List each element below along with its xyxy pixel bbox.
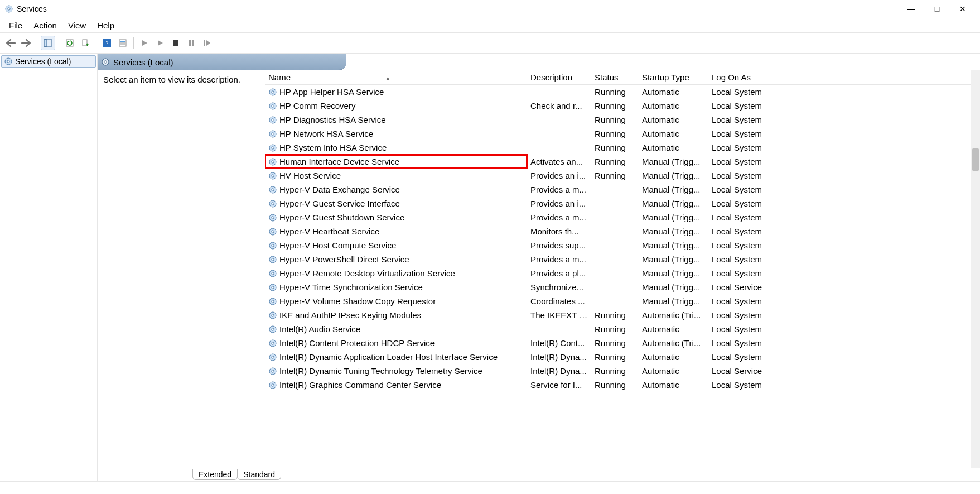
- service-row[interactable]: Human Interface Device ServiceActivates …: [265, 155, 971, 169]
- menu-file[interactable]: File: [3, 20, 28, 31]
- service-row[interactable]: HV Host ServiceProvides an i...RunningMa…: [265, 169, 971, 183]
- service-name-cell[interactable]: HV Host Service: [265, 169, 527, 183]
- service-row[interactable]: Intel(R) Content Protection HDCP Service…: [265, 336, 971, 350]
- service-name-cell[interactable]: Intel(R) Dynamic Tuning Technology Telem…: [265, 364, 527, 378]
- gear-icon: [268, 157, 277, 166]
- service-name-cell[interactable]: Intel(R) Graphics Command Center Service: [265, 378, 527, 392]
- back-button[interactable]: [3, 36, 18, 50]
- service-row[interactable]: HP Diagnostics HSA ServiceRunningAutomat…: [265, 113, 971, 127]
- service-name-cell[interactable]: Hyper-V Volume Shadow Copy Requestor: [265, 294, 527, 308]
- service-name-cell[interactable]: Intel(R) Content Protection HDCP Service: [265, 336, 527, 350]
- service-row[interactable]: Hyper-V Guest Shutdown ServiceProvides a…: [265, 210, 971, 224]
- service-row[interactable]: Hyper-V Guest Service InterfaceProvides …: [265, 196, 971, 210]
- service-row[interactable]: Hyper-V Heartbeat ServiceMonitors th...M…: [265, 224, 971, 238]
- service-row[interactable]: HP System Info HSA ServiceRunningAutomat…: [265, 141, 971, 155]
- service-name: Intel(R) Dynamic Application Loader Host…: [279, 352, 498, 362]
- service-name-cell[interactable]: HP Diagnostics HSA Service: [265, 113, 527, 127]
- service-name-cell[interactable]: Hyper-V Guest Service Interface: [265, 196, 527, 210]
- service-desc: The IKEEXT s...: [527, 308, 591, 322]
- refresh-button[interactable]: [62, 36, 77, 50]
- service-row[interactable]: Hyper-V Host Compute ServiceProvides sup…: [265, 238, 971, 252]
- menu-help[interactable]: Help: [91, 20, 120, 31]
- forward-button[interactable]: [19, 36, 33, 50]
- column-startup[interactable]: Startup Type: [639, 70, 708, 85]
- minimize-button[interactable]: —: [899, 0, 924, 18]
- service-name-cell[interactable]: IKE and AuthIP IPsec Keying Modules: [265, 308, 527, 322]
- service-name-cell[interactable]: Hyper-V Host Compute Service: [265, 238, 527, 252]
- svg-rect-9: [120, 41, 125, 42]
- service-name-cell[interactable]: Hyper-V Guest Shutdown Service: [265, 210, 527, 224]
- service-name-cell[interactable]: Intel(R) Audio Service: [265, 322, 527, 336]
- service-row[interactable]: HP Network HSA ServiceRunningAutomaticLo…: [265, 127, 971, 141]
- service-name-cell[interactable]: Human Interface Device Service: [265, 155, 527, 169]
- show-hide-tree-button[interactable]: [41, 36, 55, 50]
- service-name-cell[interactable]: Hyper-V Remote Desktop Virtualization Se…: [265, 266, 527, 280]
- service-name-cell[interactable]: HP App Helper HSA Service: [265, 85, 527, 99]
- svg-point-51: [272, 300, 274, 302]
- svg-point-1: [8, 8, 10, 10]
- service-name-cell[interactable]: Intel(R) Dynamic Application Loader Host…: [265, 350, 527, 364]
- column-name[interactable]: Name▲: [265, 70, 527, 85]
- service-logon: Local System: [708, 210, 971, 224]
- service-name-cell[interactable]: HP System Info HSA Service: [265, 141, 527, 155]
- service-desc: Provides a pl...: [527, 266, 591, 280]
- pause-service-button[interactable]: [184, 36, 199, 50]
- service-logon: Local System: [708, 238, 971, 252]
- properties-button[interactable]: [115, 36, 130, 50]
- service-row[interactable]: Hyper-V Volume Shadow Copy RequestorCoor…: [265, 294, 971, 308]
- svg-rect-3: [44, 40, 47, 46]
- close-button[interactable]: ✕: [950, 0, 976, 18]
- service-name-cell[interactable]: Hyper-V Data Exchange Service: [265, 183, 527, 196]
- column-logon[interactable]: Log On As: [708, 70, 971, 85]
- service-name-cell[interactable]: Hyper-V Heartbeat Service: [265, 224, 527, 238]
- service-row[interactable]: HP Comm RecoveryCheck and r...RunningAut…: [265, 99, 971, 113]
- vertical-scrollbar[interactable]: [971, 70, 980, 468]
- service-name-cell[interactable]: HP Network HSA Service: [265, 127, 527, 141]
- service-row[interactable]: Hyper-V Time Synchronization ServiceSync…: [265, 280, 971, 294]
- service-row[interactable]: Hyper-V PowerShell Direct ServiceProvide…: [265, 252, 971, 266]
- help-button[interactable]: ?: [100, 36, 114, 50]
- service-desc: Provides a m...: [527, 210, 591, 224]
- service-desc: Provides a m...: [527, 252, 591, 266]
- export-list-button[interactable]: [78, 36, 93, 50]
- service-name: IKE and AuthIP IPsec Keying Modules: [279, 310, 421, 320]
- menu-view[interactable]: View: [62, 20, 91, 31]
- service-row[interactable]: Intel(R) Dynamic Application Loader Host…: [265, 350, 971, 364]
- stop-service-button[interactable]: [168, 36, 183, 50]
- service-row[interactable]: Hyper-V Remote Desktop Virtualization Se…: [265, 266, 971, 280]
- service-name-cell[interactable]: Hyper-V PowerShell Direct Service: [265, 252, 527, 266]
- tab-standard[interactable]: Standard: [237, 469, 281, 480]
- start-service-button[interactable]: [137, 36, 152, 50]
- service-row[interactable]: Hyper-V Data Exchange ServiceProvides a …: [265, 183, 971, 196]
- service-logon: Local System: [708, 99, 971, 113]
- service-status: [591, 224, 639, 238]
- service-startup: Manual (Trigg...: [639, 169, 708, 183]
- service-row[interactable]: HP App Helper HSA ServiceRunningAutomati…: [265, 85, 971, 99]
- column-description[interactable]: Description: [527, 70, 591, 85]
- service-logon: Local System: [708, 85, 971, 99]
- scrollbar-thumb[interactable]: [972, 148, 979, 171]
- service-row[interactable]: Intel(R) Dynamic Tuning Technology Telem…: [265, 364, 971, 378]
- tab-extended[interactable]: Extended: [192, 469, 238, 480]
- tree-pane: Services (Local): [0, 54, 98, 481]
- statusbar: [0, 481, 980, 494]
- restart-service-button[interactable]: [200, 36, 214, 50]
- column-status[interactable]: Status: [591, 70, 639, 85]
- service-status: Running: [591, 127, 639, 141]
- service-name-cell[interactable]: Hyper-V Time Synchronization Service: [265, 280, 527, 294]
- svg-point-31: [272, 160, 274, 162]
- service-name: Hyper-V Host Compute Service: [279, 241, 396, 250]
- svg-point-39: [272, 216, 274, 218]
- service-row[interactable]: Intel(R) Audio ServiceRunningAutomaticLo…: [265, 322, 971, 336]
- gear-icon: [268, 88, 277, 97]
- service-logon: Local System: [708, 113, 971, 127]
- maximize-button[interactable]: □: [924, 0, 950, 18]
- tree-root-services-local[interactable]: Services (Local): [1, 55, 96, 68]
- service-name-cell[interactable]: HP Comm Recovery: [265, 99, 527, 113]
- start-service-alt-button[interactable]: [153, 36, 167, 50]
- service-startup: Automatic: [639, 141, 708, 155]
- service-row[interactable]: IKE and AuthIP IPsec Keying ModulesThe I…: [265, 308, 971, 322]
- service-row[interactable]: Intel(R) Graphics Command Center Service…: [265, 378, 971, 392]
- service-logon: Local System: [708, 155, 971, 169]
- menu-action[interactable]: Action: [28, 20, 62, 31]
